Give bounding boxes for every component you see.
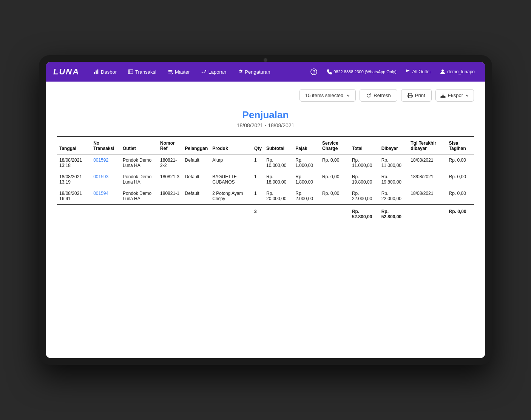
flag-icon [406, 69, 411, 74]
report-title: Penjualan [57, 109, 474, 121]
cell-no-transaksi[interactable]: 001592 [91, 154, 120, 171]
cell-tanggal: 18/08/2021 13:18 [57, 154, 91, 171]
navbar: LUNA Dasbor Transaksi Master Laporan Pen… [46, 62, 485, 82]
cell-dibayar: Rp. 11.000,00 [379, 154, 409, 171]
toolbar: 15 items selected Refresh Print Ekspor [57, 89, 474, 102]
items-selected-label: 15 items selected [305, 93, 343, 98]
laporan-icon [201, 69, 207, 74]
device-screen: LUNA Dasbor Transaksi Master Laporan Pen… [46, 62, 485, 358]
cell-qty: 1 [252, 188, 264, 205]
cell-service-charge: Rp. 0,00 [320, 171, 350, 188]
print-button[interactable]: Print [401, 89, 432, 102]
table-row: 18/08/2021 13:19 001593 Pondok Demo Luna… [57, 171, 474, 188]
nav-transaksi[interactable]: Transaksi [123, 67, 161, 77]
col-service-charge: Service Charge [320, 136, 350, 154]
master-icon [168, 69, 173, 74]
col-tgl-terakhir: Tgl Terakhir dibayar [408, 136, 446, 154]
cell-pelanggan: Default [183, 171, 210, 188]
cell-pelanggan: Default [183, 188, 210, 205]
cell-nomor-ref: 180821-2-2 [158, 154, 182, 171]
nav-phone[interactable]: 0822 8888 2300 (WhatsApp Only) [324, 68, 399, 76]
cell-pajak: Rp. 2.000,00 [293, 188, 320, 205]
total-sisa-tagihan: Rp. 0,00 [447, 205, 474, 222]
col-outlet: Outlet [120, 136, 158, 154]
cell-tgl-terakhir: 18/08/2021 [408, 171, 446, 188]
bar-chart-icon [94, 69, 99, 74]
total-dibayar: Rp. 52.800,00 [379, 205, 409, 222]
total-total: Rp. 52.800,00 [350, 205, 379, 222]
report-date: 18/08/2021 - 18/08/2021 [57, 122, 474, 128]
cell-no-transaksi[interactable]: 001593 [91, 171, 120, 188]
cell-sisa-tagihan: Rp. 0,00 [447, 188, 474, 205]
cell-produk: BAGUETTE CUBANOS [210, 171, 252, 188]
cell-tanggal: 18/08/2021 13:19 [57, 171, 91, 188]
cell-subtotal: Rp. 20.000,00 [264, 188, 293, 205]
cell-produk: 2 Potong Ayam Crispy [210, 188, 252, 205]
device-frame: LUNA Dasbor Transaksi Master Laporan Pen… [39, 55, 492, 365]
col-nomor-ref: Nomor Ref [158, 136, 182, 154]
nav-help[interactable]: ? [307, 66, 321, 77]
cell-subtotal: Rp. 18.000,00 [264, 171, 293, 188]
svg-rect-2 [97, 69, 99, 74]
ekspor-button[interactable]: Ekspor [435, 89, 474, 102]
main-content: 15 items selected Refresh Print Ekspor [46, 82, 485, 358]
cell-total: Rp. 11.000,00 [350, 154, 379, 171]
cell-sisa-tagihan: Rp. 0,00 [447, 171, 474, 188]
cell-produk: Aiurp [210, 154, 252, 171]
cell-qty: 1 [252, 154, 264, 171]
cell-tgl-terakhir: 18/08/2021 [408, 154, 446, 171]
cell-tgl-terakhir: 18/08/2021 [408, 188, 446, 205]
svg-point-11 [441, 69, 444, 72]
help-icon: ? [310, 68, 318, 76]
items-selected-button[interactable]: 15 items selected [299, 89, 356, 102]
col-pelanggan: Pelanggan [183, 136, 210, 154]
nav-user[interactable]: demo_lunapo [437, 67, 478, 76]
table-total-row: 3 Rp. 52.800,00 Rp. 52.800,00 Rp. 0,00 [57, 205, 474, 222]
cell-pajak: Rp. 1.000,00 [293, 154, 320, 171]
table-row: 18/08/2021 16:41 001594 Pondok Demo Luna… [57, 188, 474, 205]
cell-subtotal: Rp. 10.000,00 [264, 154, 293, 171]
cell-nomor-ref: 180821-3 [158, 171, 182, 188]
svg-rect-0 [94, 72, 95, 74]
col-produk: Produk [210, 136, 252, 154]
svg-rect-1 [96, 71, 97, 74]
cell-pelanggan: Default [183, 154, 210, 171]
cell-no-transaksi[interactable]: 001594 [91, 188, 120, 205]
navbar-right: ? 0822 8888 2300 (WhatsApp Only) All Out… [307, 66, 478, 77]
gear-icon [238, 69, 243, 74]
cell-qty: 1 [252, 171, 264, 188]
svg-rect-3 [128, 70, 133, 74]
svg-text:?: ? [313, 69, 315, 75]
col-total: Total [350, 136, 379, 154]
nav-dasbor[interactable]: Dasbor [89, 67, 121, 77]
nav-outlet[interactable]: All Outlet [403, 68, 434, 76]
total-qty: 3 [252, 205, 264, 222]
refresh-icon [366, 93, 371, 98]
cell-sisa-tagihan: Rp. 0,00 [447, 154, 474, 171]
cell-total: Rp. 19.800,00 [350, 171, 379, 188]
chevron-down-icon [465, 94, 469, 97]
cell-total: Rp. 22.000,00 [350, 188, 379, 205]
print-icon [408, 93, 413, 98]
nav-laporan[interactable]: Laporan [197, 67, 231, 77]
table-header-row: Tanggal No Transaksi Outlet Nomor Ref Pe… [57, 136, 474, 154]
download-icon [440, 93, 446, 98]
phone-icon [327, 69, 332, 74]
nav-pengaturan[interactable]: Pengaturan [233, 67, 275, 77]
logo: LUNA [53, 67, 79, 77]
cell-dibayar: Rp. 19.800,00 [379, 171, 409, 188]
col-subtotal: Subtotal [264, 136, 293, 154]
refresh-button[interactable]: Refresh [360, 89, 397, 102]
cell-service-charge: Rp. 0,00 [320, 154, 350, 171]
cell-outlet: Pondok Demo Luna HA [120, 154, 158, 171]
cell-dibayar: Rp. 22.000,00 [379, 188, 409, 205]
svg-rect-13 [408, 96, 412, 97]
camera [264, 58, 267, 62]
chevron-down-icon [346, 94, 350, 97]
cell-tanggal: 18/08/2021 16:41 [57, 188, 91, 205]
report-table: Tanggal No Transaksi Outlet Nomor Ref Pe… [57, 136, 474, 222]
cell-pajak: Rp. 1.800,00 [293, 171, 320, 188]
col-no-transaksi: No Transaksi [91, 136, 120, 154]
svg-rect-12 [408, 93, 412, 95]
nav-master[interactable]: Master [163, 67, 194, 77]
